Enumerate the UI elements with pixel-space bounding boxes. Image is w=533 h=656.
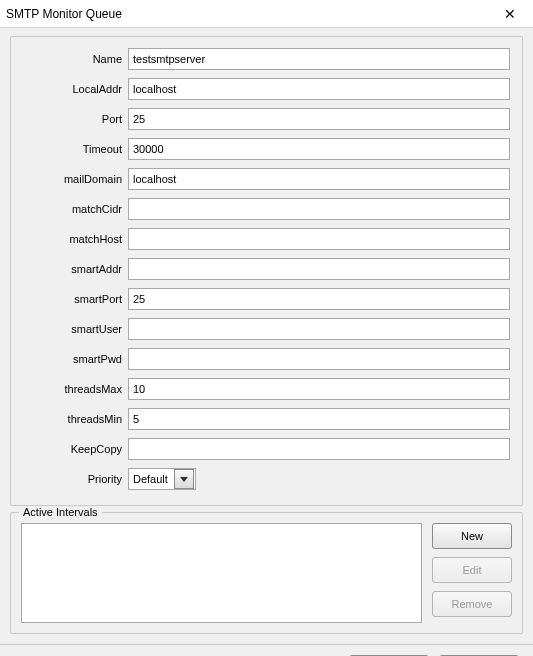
remove-button: Remove (432, 591, 512, 617)
window-title: SMTP Monitor Queue (6, 7, 122, 21)
dialog-content: Name LocalAddr Port Timeout mailDomain m… (0, 28, 533, 634)
localaddr-label: LocalAddr (23, 83, 128, 95)
port-input[interactable] (128, 108, 510, 130)
close-button[interactable]: ✕ (495, 4, 525, 24)
keepcopy-label: KeepCopy (23, 443, 128, 455)
smartport-label: smartPort (23, 293, 128, 305)
smartport-input[interactable] (128, 288, 510, 310)
smartpwd-label: smartPwd (23, 353, 128, 365)
maildomain-input[interactable] (128, 168, 510, 190)
name-label: Name (23, 53, 128, 65)
name-input[interactable] (128, 48, 510, 70)
maildomain-label: mailDomain (23, 173, 128, 185)
port-label: Port (23, 113, 128, 125)
threadsmin-input[interactable] (128, 408, 510, 430)
smartuser-input[interactable] (128, 318, 510, 340)
priority-dropdown-button[interactable] (174, 469, 194, 489)
timeout-input[interactable] (128, 138, 510, 160)
active-intervals-list[interactable] (21, 523, 422, 623)
matchhost-label: matchHost (23, 233, 128, 245)
new-button[interactable]: New (432, 523, 512, 549)
threadsmax-input[interactable] (128, 378, 510, 400)
active-intervals-legend: Active Intervals (19, 506, 102, 518)
keepcopy-input[interactable] (128, 438, 510, 460)
edit-button: Edit (432, 557, 512, 583)
priority-select[interactable]: Default (128, 468, 196, 490)
intervals-buttons: New Edit Remove (432, 523, 512, 623)
smartaddr-input[interactable] (128, 258, 510, 280)
priority-value: Default (129, 473, 174, 485)
active-intervals-group: Active Intervals New Edit Remove (10, 512, 523, 634)
matchcidr-input[interactable] (128, 198, 510, 220)
chevron-down-icon (180, 477, 188, 482)
threadsmax-label: threadsMax (23, 383, 128, 395)
smartpwd-input[interactable] (128, 348, 510, 370)
matchcidr-label: matchCidr (23, 203, 128, 215)
priority-label: Priority (23, 473, 128, 485)
smartuser-label: smartUser (23, 323, 128, 335)
dialog-footer: OK Cancel (0, 644, 533, 656)
smartaddr-label: smartAddr (23, 263, 128, 275)
localaddr-input[interactable] (128, 78, 510, 100)
matchhost-input[interactable] (128, 228, 510, 250)
timeout-label: Timeout (23, 143, 128, 155)
threadsmin-label: threadsMin (23, 413, 128, 425)
title-bar: SMTP Monitor Queue ✕ (0, 0, 533, 28)
form-panel: Name LocalAddr Port Timeout mailDomain m… (10, 36, 523, 506)
close-icon: ✕ (504, 6, 516, 22)
